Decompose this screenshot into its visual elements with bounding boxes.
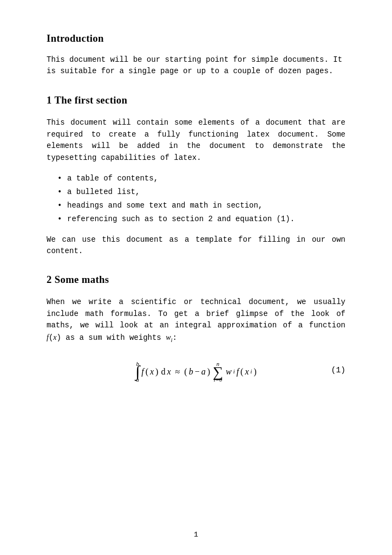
section1: 1 The first section This document will c… — [47, 94, 345, 257]
list-item: headings and some text and math in secti… — [57, 199, 345, 212]
list-item: a table of contents, — [57, 172, 345, 185]
introduction-paragraph: This document will be our starting point… — [47, 54, 345, 77]
section2: 2 Some maths When we write a scientific … — [47, 274, 345, 383]
page-number: 1 — [0, 531, 392, 539]
section2-paragraph1: When we write a scientific or technical … — [47, 296, 345, 345]
section2-heading: 2 Some maths — [47, 274, 345, 286]
introduction-section: Introduction This document will be our s… — [47, 33, 345, 77]
equation-block: b ∫ a f(x) dx ≈ (b − a) n ∑ i=0 — [47, 358, 345, 383]
list-item: a bulleted list, — [57, 185, 345, 199]
introduction-heading: Introduction — [47, 33, 345, 44]
section1-heading: 1 The first section — [47, 94, 345, 106]
list-item: referencing such as to section 2 and equ… — [57, 212, 345, 226]
bullet-list: a table of contents, a bulleted list, he… — [57, 172, 345, 227]
section1-paragraph2: We can use this document as a template f… — [47, 234, 345, 257]
equation-number: (1) — [331, 366, 345, 375]
math-formula: b ∫ a f(x) dx ≈ (b − a) n ∑ i=0 — [135, 358, 257, 383]
page: Introduction This document will be our s… — [0, 0, 392, 555]
section1-paragraph1: This document will contain some elements… — [47, 117, 345, 164]
